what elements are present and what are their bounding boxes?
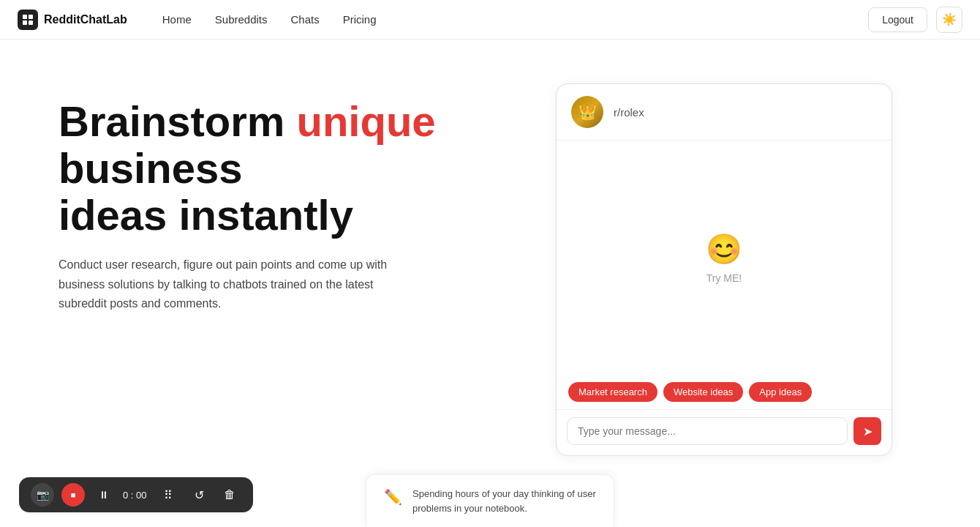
nav-subreddits[interactable]: Subreddits bbox=[203, 0, 279, 40]
chip-market-research[interactable]: Market research bbox=[568, 382, 657, 402]
pencil-icon: ✏️ bbox=[384, 488, 402, 506]
send-button[interactable]: ➤ bbox=[853, 417, 881, 445]
main-content: Brainstorm unique businessideas instantl… bbox=[0, 40, 980, 500]
camera-icon: 📷 bbox=[37, 489, 49, 501]
pause-button[interactable]: ⏸ bbox=[92, 483, 116, 507]
svg-rect-1 bbox=[29, 15, 33, 19]
nav-chats[interactable]: Chats bbox=[279, 0, 331, 40]
subreddit-label: r/rolex bbox=[614, 106, 644, 119]
chat-widget: 👑 r/rolex 😊 Try ME! Market research Webs… bbox=[556, 83, 892, 456]
chip-website-ideas[interactable]: Website ideas bbox=[663, 382, 743, 402]
logo-icon bbox=[18, 10, 38, 30]
nav-home[interactable]: Home bbox=[151, 0, 203, 40]
svg-rect-0 bbox=[23, 15, 27, 19]
subreddit-prefix: r/ bbox=[614, 106, 620, 119]
try-me-icon: 😊 bbox=[706, 232, 742, 266]
grid-button[interactable]: ⠿ bbox=[157, 483, 180, 507]
undo-icon: ↺ bbox=[195, 488, 204, 502]
logout-button[interactable]: Logout bbox=[868, 7, 927, 32]
chat-input-row: ➤ bbox=[557, 409, 892, 455]
nav-actions: Logout ☀️ bbox=[868, 7, 962, 33]
avatar-emoji: 👑 bbox=[578, 103, 597, 121]
pause-icon: ⏸ bbox=[99, 489, 109, 501]
hero-title: Brainstorm unique businessideas instantl… bbox=[59, 98, 512, 238]
theme-toggle-button[interactable]: ☀️ bbox=[936, 7, 962, 33]
nav-links: Home Subreddits Chats Pricing bbox=[151, 0, 868, 40]
subreddit-name: rolex bbox=[620, 106, 644, 119]
camera-button[interactable]: 📷 bbox=[31, 483, 54, 507]
chat-input[interactable] bbox=[567, 417, 848, 445]
hero-title-part2: businessideas instantly bbox=[59, 144, 353, 239]
trash-button[interactable]: 🗑 bbox=[218, 483, 241, 507]
navbar: RedditChatLab Home Subreddits Chats Pric… bbox=[0, 0, 980, 40]
trash-icon: 🗑 bbox=[224, 488, 235, 501]
send-icon: ➤ bbox=[863, 425, 872, 438]
stop-button[interactable]: ■ bbox=[61, 483, 85, 507]
bottom-note: ✏️ Spending hours of your day thinking o… bbox=[366, 474, 614, 527]
chat-body: 😊 Try ME! bbox=[557, 141, 892, 375]
svg-rect-2 bbox=[23, 20, 27, 25]
avatar: 👑 bbox=[571, 96, 603, 128]
brand-logo[interactable]: RedditChatLab bbox=[18, 10, 127, 30]
stop-icon: ■ bbox=[71, 490, 76, 499]
hero-description: Conduct user research, figure out pain p… bbox=[59, 255, 424, 313]
brand-name: RedditChatLab bbox=[44, 13, 127, 26]
timer-display: 0 : 00 bbox=[123, 490, 149, 501]
recorder-controls: 📷 ■ ⏸ 0 : 00 ⠿ ↺ 🗑 bbox=[19, 477, 253, 512]
note-text: Spending hours of your day thinking of u… bbox=[412, 487, 596, 515]
hero-title-highlight: unique bbox=[297, 97, 436, 145]
hero-title-part1: Brainstorm bbox=[59, 97, 297, 145]
grid-icon: ⠿ bbox=[164, 488, 173, 502]
suggestion-chips: Market research Website ideas App ideas bbox=[557, 375, 892, 409]
chip-app-ideas[interactable]: App ideas bbox=[749, 382, 812, 402]
try-me-text: Try ME! bbox=[706, 272, 742, 284]
undo-button[interactable]: ↺ bbox=[187, 483, 211, 507]
nav-pricing[interactable]: Pricing bbox=[331, 0, 388, 40]
chat-header: 👑 r/rolex bbox=[557, 84, 892, 141]
sun-icon: ☀️ bbox=[942, 12, 957, 26]
hero-section: Brainstorm unique businessideas instantl… bbox=[59, 83, 512, 314]
svg-rect-3 bbox=[29, 20, 33, 25]
